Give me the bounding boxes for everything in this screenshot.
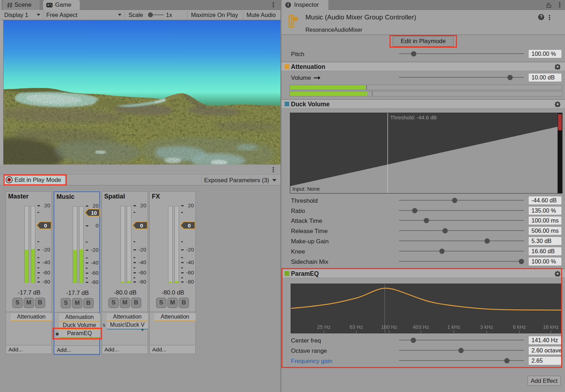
svg-text:0: 0 xyxy=(140,222,143,228)
svg-text:0: 0 xyxy=(188,222,191,228)
svg-text:0: 0 xyxy=(44,222,47,228)
svg-text:Threshold: -44.6 dB: Threshold: -44.6 dB xyxy=(390,114,437,120)
svg-text:Input: None: Input: None xyxy=(292,186,320,192)
svg-text:10: 10 xyxy=(91,210,97,216)
